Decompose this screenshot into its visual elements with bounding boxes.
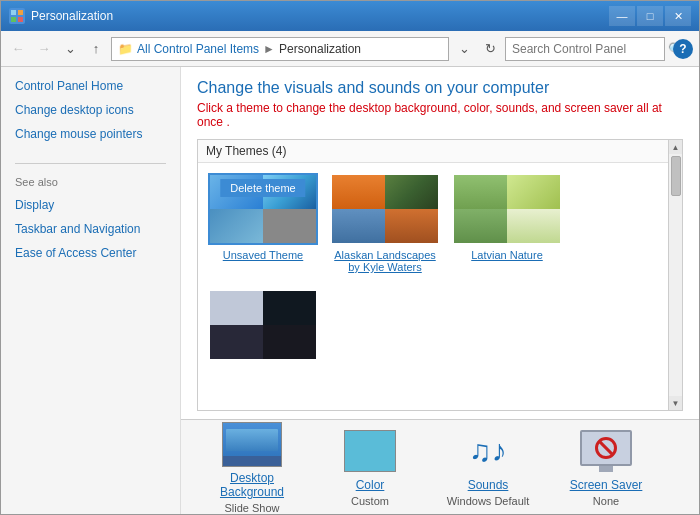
svg-rect-3 <box>18 17 23 22</box>
bottom-bar: Desktop Background Slide Show Color Cust… <box>181 419 699 514</box>
forward-button[interactable]: → <box>33 38 55 60</box>
close-button[interactable]: ✕ <box>665 6 691 26</box>
bottom-label-desktop-background: Desktop Background <box>197 471 307 499</box>
bottom-item-screen-saver[interactable]: Screen Saver None <box>551 427 661 507</box>
minimize-button[interactable]: — <box>609 6 635 26</box>
thumb-l3 <box>454 209 507 243</box>
sidebar-item-control-panel-home[interactable]: Control Panel Home <box>15 79 166 93</box>
themes-scrollbar[interactable]: ▲ ▼ <box>668 140 682 410</box>
back-button[interactable]: ← <box>7 38 29 60</box>
bottom-sublabel-sounds: Windows Default <box>447 495 530 507</box>
bottom-label-sounds: Sounds <box>468 478 509 492</box>
main-panel: Change the visuals and sounds on your co… <box>181 67 699 514</box>
thumb-l1 <box>454 175 507 209</box>
search-input[interactable] <box>506 42 668 56</box>
thumb-d4 <box>263 325 316 359</box>
themes-container: My Themes (4) Delete theme <box>197 139 683 411</box>
theme-label-latvian: Latvian Nature <box>471 249 543 261</box>
thumb-a2 <box>385 175 438 209</box>
svg-rect-0 <box>11 10 16 15</box>
bottom-sublabel-screen-saver: None <box>593 495 619 507</box>
main-content-area: Change the visuals and sounds on your co… <box>181 67 699 419</box>
delete-theme-button[interactable]: Delete theme <box>220 179 305 197</box>
scroll-up-button[interactable]: ▲ <box>669 140 683 154</box>
refresh-button[interactable]: ↻ <box>479 38 501 60</box>
bottom-item-sounds[interactable]: ♫♪ Sounds Windows Default <box>433 427 543 507</box>
sidebar-item-change-mouse-pointers[interactable]: Change mouse pointers <box>15 127 166 141</box>
theme-thumbnail-alaskan <box>330 173 440 245</box>
path-part-2: Personalization <box>279 42 361 56</box>
title-bar: Personalization — □ ✕ <box>1 1 699 31</box>
alaskan-thumbnail-grid <box>332 175 438 243</box>
window-controls: — □ ✕ <box>609 6 691 26</box>
thumb-d1 <box>210 291 263 325</box>
thumb-a3 <box>332 209 385 243</box>
themes-grid: Delete theme Unsaved Theme <box>198 163 682 410</box>
page-heading: Change the visuals and sounds on your co… <box>197 79 683 97</box>
thumb-l2 <box>507 175 560 209</box>
description-highlight: once <box>197 115 223 129</box>
bottom-sublabel-desktop-background: Slide Show <box>224 502 279 514</box>
window-title: Personalization <box>31 9 609 23</box>
theme-item-dark[interactable] <box>208 289 318 361</box>
screen-saver-icon <box>575 427 637 475</box>
svg-rect-1 <box>18 10 23 15</box>
sidebar-item-ease-of-access[interactable]: Ease of Access Center <box>15 246 166 260</box>
scroll-down-button[interactable]: ▼ <box>669 396 683 410</box>
search-box[interactable]: 🔍 <box>505 37 665 61</box>
address-path[interactable]: 📁 All Control Panel Items ► Personalizat… <box>111 37 449 61</box>
page-description: Click a theme to change the desktop back… <box>197 101 683 129</box>
sounds-icon: ♫♪ <box>457 427 519 475</box>
thumb-d3 <box>210 325 263 359</box>
address-bar: ← → ⌄ ↑ 📁 All Control Panel Items ► Pers… <box>1 31 699 67</box>
description-text: Click a theme to change the desktop back… <box>197 101 662 115</box>
path-part-1[interactable]: All Control Panel Items <box>137 42 259 56</box>
sidebar: Control Panel Home Change desktop icons … <box>1 67 181 514</box>
window-icon <box>9 8 25 24</box>
theme-thumbnail-latvian <box>452 173 562 245</box>
desktop-background-icon <box>221 420 283 468</box>
latvian-thumbnail-grid <box>454 175 560 243</box>
thumb-a4 <box>385 209 438 243</box>
thumb-d2 <box>263 291 316 325</box>
up-button[interactable]: ↑ <box>85 38 107 60</box>
theme-thumbnail-dark <box>208 289 318 361</box>
bottom-item-desktop-background[interactable]: Desktop Background Slide Show <box>197 420 307 514</box>
sidebar-divider <box>15 163 166 164</box>
sidebar-item-change-desktop-icons[interactable]: Change desktop icons <box>15 103 166 117</box>
see-also-label: See also <box>15 176 166 188</box>
dropdown-path-button[interactable]: ⌄ <box>453 38 475 60</box>
bottom-sublabel-color: Custom <box>351 495 389 507</box>
svg-rect-2 <box>11 17 16 22</box>
thumb-q4 <box>263 209 316 243</box>
thumb-a1 <box>332 175 385 209</box>
maximize-button[interactable]: □ <box>637 6 663 26</box>
theme-label-unsaved: Unsaved Theme <box>223 249 304 261</box>
bottom-label-screen-saver: Screen Saver <box>570 478 643 492</box>
path-separator: ► <box>263 42 275 56</box>
main-window: Personalization — □ ✕ ← → ⌄ ↑ 📁 All Cont… <box>0 0 700 515</box>
thumb-q3 <box>210 209 263 243</box>
help-button[interactable]: ? <box>673 39 693 59</box>
bottom-label-color: Color <box>356 478 385 492</box>
description-end: . <box>226 115 229 129</box>
sidebar-item-display[interactable]: Display <box>15 198 166 212</box>
scroll-thumb[interactable] <box>671 156 681 196</box>
theme-item-alaskan[interactable]: Alaskan Landscapes by Kyle Waters <box>330 173 440 273</box>
theme-thumbnail-unsaved: Delete theme <box>208 173 318 245</box>
bottom-item-color[interactable]: Color Custom <box>315 427 425 507</box>
sidebar-item-taskbar[interactable]: Taskbar and Navigation <box>15 222 166 236</box>
thumb-l4 <box>507 209 560 243</box>
color-icon <box>339 427 401 475</box>
themes-header: My Themes (4) <box>198 140 682 163</box>
content-area: Control Panel Home Change desktop icons … <box>1 67 699 514</box>
dropdown-nav-button[interactable]: ⌄ <box>59 38 81 60</box>
path-folder-icon: 📁 <box>118 42 133 56</box>
theme-label-alaskan: Alaskan Landscapes by Kyle Waters <box>330 249 440 273</box>
dark-thumbnail-grid <box>210 291 316 359</box>
theme-item-unsaved[interactable]: Delete theme Unsaved Theme <box>208 173 318 273</box>
theme-item-latvian[interactable]: Latvian Nature <box>452 173 562 273</box>
